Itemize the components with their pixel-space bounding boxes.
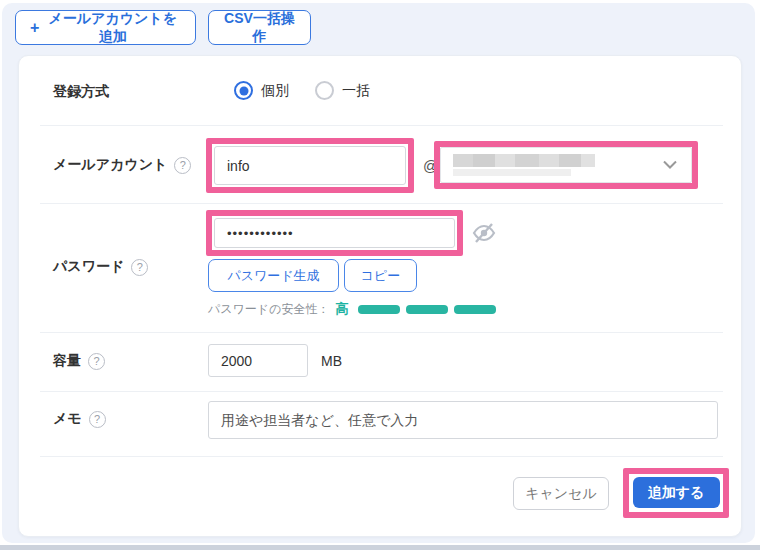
memo-input[interactable] (208, 401, 718, 439)
help-icon[interactable]: ? (89, 411, 106, 428)
add-mail-account-label: メールアカウントを追加 (44, 10, 181, 46)
help-icon[interactable]: ? (174, 157, 191, 174)
password-label: パスワード ? (53, 258, 148, 276)
strength-bar (406, 305, 448, 314)
bottom-edge-strip (0, 545, 760, 550)
row-divider (40, 456, 723, 457)
add-account-form-card: 登録方式 個別 一括 メールアカウント ? @ (18, 55, 742, 537)
mail-account-label: メールアカウント ? (53, 156, 191, 174)
capacity-label: 容量 ? (53, 352, 105, 370)
radio-individual-label: 個別 (261, 82, 289, 100)
radio-bulk-label: 一括 (342, 82, 370, 100)
submit-button[interactable]: 追加する (633, 477, 720, 508)
password-strength: パスワードの安全性： 高 (208, 300, 496, 318)
memo-label: メモ ? (53, 410, 106, 428)
add-mail-account-button[interactable]: + メールアカウントを追加 (15, 10, 196, 45)
cancel-button[interactable]: キャンセル (513, 477, 609, 510)
row-divider (40, 391, 723, 392)
highlight-frame-password (206, 210, 463, 256)
capacity-unit: MB (321, 353, 342, 369)
radio-selected-icon[interactable] (234, 81, 253, 100)
highlight-frame-submit: 追加する (623, 468, 729, 518)
help-icon[interactable]: ? (88, 353, 105, 370)
domain-select[interactable] (440, 147, 692, 183)
strength-label: パスワードの安全性： (208, 301, 329, 318)
csv-bulk-label: CSV一括操作 (223, 10, 296, 46)
regist-method-label: 登録方式 (53, 83, 109, 101)
radio-option-individual[interactable]: 個別 (234, 81, 289, 100)
capacity-input[interactable] (208, 344, 308, 377)
password-input[interactable] (214, 218, 455, 248)
row-divider (40, 125, 723, 126)
mail-local-part-input[interactable] (214, 146, 406, 185)
redacted-domain-blur (453, 154, 595, 176)
row-divider (40, 203, 723, 204)
highlight-frame-domain (434, 141, 698, 189)
strength-value: 高 (335, 300, 348, 318)
plus-icon: + (30, 20, 39, 36)
radio-unselected-icon[interactable] (315, 81, 334, 100)
copy-password-button[interactable]: コピー (344, 259, 417, 292)
help-icon[interactable]: ? (131, 259, 148, 276)
regist-method-radio-group: 個別 一括 (234, 81, 370, 100)
row-divider (40, 332, 723, 333)
eye-off-icon[interactable] (471, 221, 497, 245)
csv-bulk-button[interactable]: CSV一括操作 (208, 10, 311, 45)
strength-bar (358, 305, 400, 314)
highlight-frame-local-part (206, 138, 414, 193)
strength-bar (454, 305, 496, 314)
chevron-down-icon (663, 161, 677, 170)
generate-password-button[interactable]: パスワード生成 (208, 259, 339, 292)
radio-option-bulk[interactable]: 一括 (315, 81, 370, 100)
